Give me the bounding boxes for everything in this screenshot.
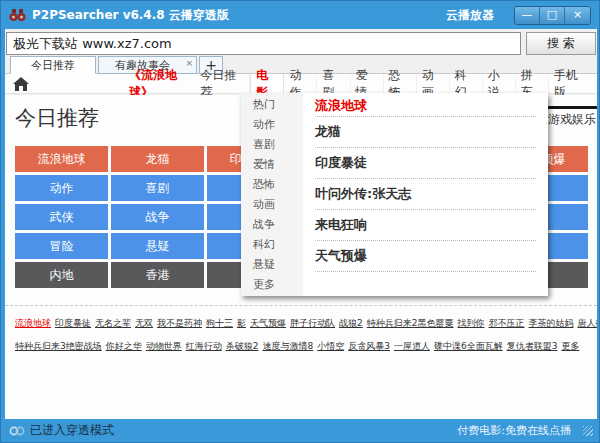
- grid-button[interactable]: 战争: [111, 204, 204, 230]
- page-title: 今日推荐: [15, 104, 99, 132]
- hot-link[interactable]: 碟中谍6全面瓦解: [434, 340, 503, 353]
- grid-button[interactable]: 龙猫: [111, 146, 204, 172]
- hot-links-row-2: 特种兵归来3绝密战场 你好之华 动物世界 红海行动 杀破狼2 速度与激情8 小悟…: [15, 335, 597, 358]
- nav-item-carpool[interactable]: 拼车: [516, 74, 549, 93]
- hot-link[interactable]: 邪不压正: [488, 317, 524, 330]
- status-mode-text: 已进入穿透模式: [30, 422, 114, 439]
- dropdown-movie[interactable]: 流浪地球: [315, 95, 536, 117]
- dropdown-movie[interactable]: 天气预爆: [315, 241, 536, 272]
- dropdown-category[interactable]: 恐怖: [241, 175, 303, 195]
- window-controls: — □ ×: [514, 6, 591, 25]
- dropdown-category[interactable]: 热门: [241, 95, 303, 115]
- hot-link[interactable]: 动物世界: [146, 340, 182, 353]
- nav-item-comedy[interactable]: 喜剧: [317, 74, 350, 93]
- hot-link[interactable]: 我不是药神: [157, 317, 202, 330]
- hot-link[interactable]: 更多: [561, 340, 579, 353]
- hot-link[interactable]: 印度暴徒: [55, 317, 91, 330]
- grid-button[interactable]: 香港: [111, 262, 204, 288]
- search-button[interactable]: 搜 索: [526, 32, 596, 55]
- hot-link[interactable]: 特种兵归来2黑色罂粟: [367, 317, 454, 330]
- dropdown-categories: 热门 动作 喜剧 爱情 恐怖 动画 战争 科幻 悬疑 更多: [241, 93, 303, 296]
- hot-link[interactable]: 找到你: [457, 317, 484, 330]
- dropdown-movie[interactable]: 印度暴徒: [315, 148, 536, 179]
- grid-button[interactable]: 动作: [15, 175, 108, 201]
- resize-grip[interactable]: [583, 426, 593, 436]
- hot-link[interactable]: 特种兵归来3绝密战场: [15, 340, 102, 353]
- dropdown-movie-list: 流浪地球 龙猫 印度暴徒 叶问外传:张天志 来电狂响 天气预爆: [303, 93, 548, 296]
- hot-link[interactable]: 红海行动: [186, 340, 222, 353]
- dropdown-category[interactable]: 更多: [241, 275, 303, 295]
- hot-link[interactable]: 影: [237, 317, 246, 330]
- nav-item-novel[interactable]: 小说: [483, 74, 516, 93]
- nav-item-animation[interactable]: 动画: [417, 74, 450, 93]
- hot-link[interactable]: 无名之辈: [95, 317, 131, 330]
- nav-item-romance[interactable]: 爱情: [351, 74, 384, 93]
- grid-button[interactable]: 喜剧: [111, 175, 204, 201]
- hot-link[interactable]: 你好之华: [106, 340, 142, 353]
- dropdown-category[interactable]: 喜剧: [241, 135, 303, 155]
- hot-link[interactable]: 速度与激情8: [262, 340, 313, 353]
- home-icon[interactable]: [13, 77, 29, 91]
- cloud-player-label[interactable]: 云播放器: [446, 7, 494, 24]
- nav-today[interactable]: 今日推荐: [195, 74, 250, 93]
- dropdown-movie[interactable]: 龙猫: [315, 117, 536, 148]
- minimize-button[interactable]: —: [515, 7, 540, 24]
- close-button[interactable]: ×: [565, 7, 590, 24]
- tab-games[interactable]: 游戏娱乐: [548, 111, 596, 128]
- nav-list: 《流浪地球》 今日推荐 电影 动作 喜剧 爱情 恐怖 动画 科幻 小说 拼车 手…: [129, 74, 597, 93]
- hot-link[interactable]: 战狼2: [339, 317, 363, 330]
- tab-today[interactable]: 今日推荐: [10, 56, 96, 74]
- search-input[interactable]: [6, 32, 521, 55]
- nav-bar: 《流浪地球》 今日推荐 电影 动作 喜剧 爱情 恐怖 动画 科幻 小说 拼车 手…: [5, 74, 597, 94]
- hot-link[interactable]: 复仇者联盟3: [507, 340, 558, 353]
- hot-link[interactable]: 反贪风暴3: [348, 340, 390, 353]
- dropdown-category[interactable]: 战争: [241, 215, 303, 235]
- nav-item-mobile[interactable]: 手机版: [549, 74, 592, 93]
- hot-link[interactable]: 一屋道人: [394, 340, 430, 353]
- dropdown-category[interactable]: 科幻: [241, 235, 303, 255]
- hot-link[interactable]: 李茶的姑妈: [528, 317, 573, 330]
- hot-link[interactable]: 胖子行动队: [290, 317, 335, 330]
- hot-link[interactable]: 天气预爆: [250, 317, 286, 330]
- dropdown-movie[interactable]: 叶问外传:张天志: [315, 179, 536, 210]
- hot-link[interactable]: 流浪地球: [15, 317, 51, 330]
- hot-link[interactable]: 唐人街探: [577, 317, 597, 330]
- chain-link-icon: [9, 425, 25, 437]
- dropdown-category[interactable]: 动作: [241, 115, 303, 135]
- binoculars-icon: [9, 8, 26, 22]
- titlebar: P2PSearcher v6.4.8 云播穿透版 云播放器 — □ ×: [1, 1, 599, 29]
- app-window: P2PSearcher v6.4.8 云播穿透版 云播放器 — □ × 搜 索 …: [0, 0, 600, 443]
- dropdown-category[interactable]: 动画: [241, 195, 303, 215]
- nav-item-horror[interactable]: 恐怖: [384, 74, 417, 93]
- maximize-button[interactable]: □: [540, 7, 565, 24]
- hot-link[interactable]: 小悟空: [317, 340, 344, 353]
- grid-button[interactable]: 冒险: [15, 233, 108, 259]
- status-ad-link[interactable]: 付费电影:免费在线点播: [457, 423, 571, 438]
- dropdown-category[interactable]: 爱情: [241, 155, 303, 175]
- hot-links-row-1: 流浪地球 印度暴徒 无名之辈 无双 我不是药神 狗十三 影 天气预爆 胖子行动队…: [15, 312, 597, 335]
- hot-link[interactable]: 狗十三: [206, 317, 233, 330]
- grid-button[interactable]: 武侠: [15, 204, 108, 230]
- movies-dropdown: 热门 动作 喜剧 爱情 恐怖 动画 战争 科幻 悬疑 更多 流浪地球 龙猫 印度…: [241, 93, 548, 296]
- dropdown-movie[interactable]: 来电狂响: [315, 210, 536, 241]
- side-tab-underline: [548, 106, 597, 109]
- grid-button[interactable]: 悬疑: [111, 233, 204, 259]
- nav-item-movies[interactable]: 电影: [250, 74, 284, 93]
- nav-item-scifi[interactable]: 科幻: [450, 74, 483, 93]
- nav-item-action[interactable]: 动作: [284, 74, 317, 93]
- grid-button[interactable]: 内地: [15, 262, 108, 288]
- hot-link[interactable]: 无双: [135, 317, 153, 330]
- window-title: P2PSearcher v6.4.8 云播穿透版: [32, 7, 229, 24]
- status-bar: 已进入穿透模式 付费电影:免费在线点播: [1, 419, 600, 442]
- grid-button[interactable]: 流浪地球: [15, 146, 108, 172]
- dropdown-category[interactable]: 悬疑: [241, 255, 303, 275]
- hot-link[interactable]: 杀破狼2: [226, 340, 259, 353]
- hot-links-panel: 流浪地球 印度暴徒 无名之辈 无双 我不是药神 狗十三 影 天气预爆 胖子行动队…: [5, 305, 597, 358]
